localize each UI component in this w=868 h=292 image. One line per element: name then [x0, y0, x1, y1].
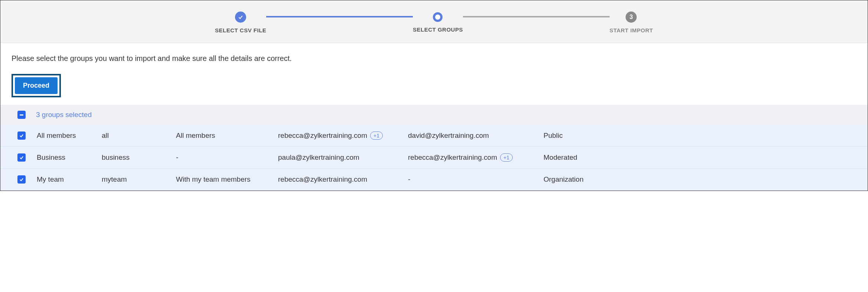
group-member-email: rebecca@zylkertraining.com+1 [408, 153, 536, 162]
step-label: SELECT CSV FILE [215, 27, 266, 33]
proceed-button[interactable]: Proceed [15, 77, 58, 94]
group-owner-email: rebecca@zylkertraining.com+1 [278, 132, 401, 140]
table-row: All members all All members rebecca@zylk… [0, 125, 868, 147]
group-name: All members [37, 132, 94, 140]
active-step-icon [433, 12, 443, 22]
group-member-email: david@zylkertraining.com [408, 132, 536, 140]
group-alias: all [102, 132, 169, 140]
content-area: Please select the groups you want to imp… [0, 43, 868, 105]
row-checkbox[interactable] [17, 175, 26, 184]
instruction-text: Please select the groups you want to imp… [12, 54, 856, 63]
group-type: Public [544, 132, 860, 140]
more-badge[interactable]: +1 [370, 132, 383, 140]
step-line [463, 16, 610, 17]
group-owner-email: rebecca@zylkertraining.com [278, 175, 401, 184]
group-type: Organization [544, 175, 860, 184]
pending-step-icon: 3 [626, 12, 637, 23]
select-all-checkbox[interactable] [17, 111, 26, 119]
table-row: My team myteam With my team members rebe… [0, 169, 868, 191]
groups-table-body: All members all All members rebecca@zylk… [0, 125, 868, 191]
group-desc: - [176, 153, 271, 162]
group-alias: business [102, 153, 169, 162]
table-row: Business business - paula@zylkertraining… [0, 147, 868, 169]
group-owner-email: paula@zylkertraining.com [278, 153, 401, 162]
step-3: 3 START IMPORT [610, 12, 653, 33]
group-name: Business [37, 153, 94, 162]
selected-count-text: 3 groups selected [36, 111, 92, 119]
stepper: SELECT CSV FILE SELECT GROUPS 3 START IM… [215, 12, 653, 33]
proceed-highlight: Proceed [12, 74, 61, 97]
group-desc: All members [176, 132, 271, 140]
step-label: START IMPORT [610, 27, 653, 33]
group-member-email: - [408, 175, 536, 184]
step-line [266, 16, 413, 17]
group-desc: With my team members [176, 175, 271, 184]
row-checkbox[interactable] [17, 132, 26, 140]
step-label: SELECT GROUPS [413, 26, 463, 33]
step-2: SELECT GROUPS [413, 12, 463, 33]
more-badge[interactable]: +1 [500, 153, 513, 162]
import-wizard: SELECT CSV FILE SELECT GROUPS 3 START IM… [0, 0, 868, 191]
group-name: My team [37, 175, 94, 184]
check-icon [235, 12, 246, 23]
row-checkbox[interactable] [17, 153, 26, 162]
table-summary-row: 3 groups selected [0, 105, 868, 125]
group-type: Moderated [544, 153, 860, 162]
group-alias: myteam [102, 175, 169, 184]
stepper-bar: SELECT CSV FILE SELECT GROUPS 3 START IM… [0, 0, 868, 43]
step-1: SELECT CSV FILE [215, 12, 266, 33]
